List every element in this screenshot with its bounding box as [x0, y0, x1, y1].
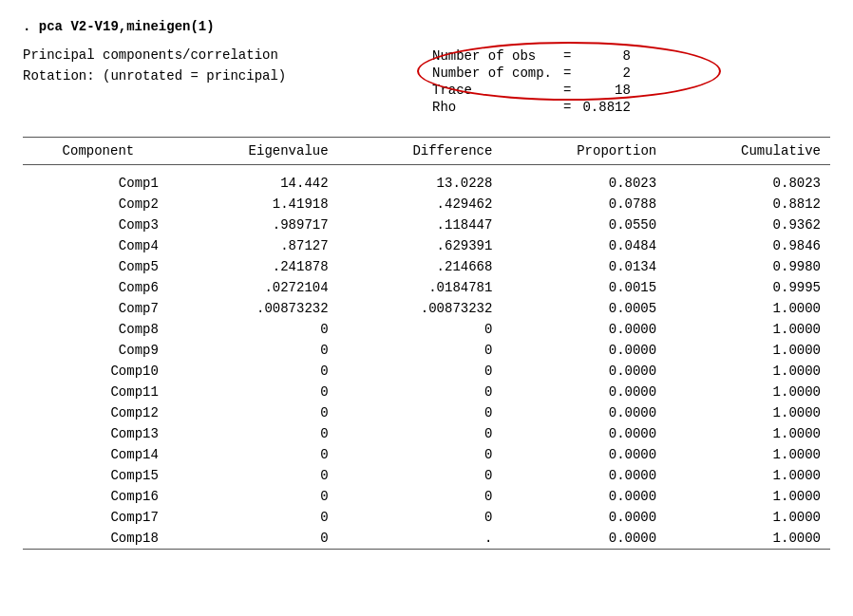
table-row: Comp180.0.00001.0000 — [23, 528, 830, 550]
table-row: Comp11000.00001.0000 — [23, 382, 830, 402]
table-row: Comp12000.00001.0000 — [23, 402, 830, 423]
stats-table: Number of obs = 8 Number of comp. = 2 Tr… — [426, 47, 631, 116]
table-row: Comp8000.00001.0000 — [23, 319, 830, 340]
table-row: Comp16000.00001.0000 — [23, 486, 830, 507]
table-row: Comp114.44213.02280.80230.8023 — [23, 173, 830, 194]
comp-label: Number of comp. — [426, 65, 558, 82]
col-component: Component — [23, 138, 174, 165]
table-row: Comp4.87127.6293910.04840.9846 — [23, 235, 830, 256]
table-row: Comp9000.00001.0000 — [23, 340, 830, 361]
table-row: Comp6.0272104.01847810.00150.9995 — [23, 277, 830, 298]
main-data-table: Component Eigenvalue Difference Proporti… — [23, 137, 830, 550]
table-row: Comp13000.00001.0000 — [23, 423, 830, 444]
col-proportion: Proportion — [502, 138, 666, 165]
table-header-row: Component Eigenvalue Difference Proporti… — [23, 138, 830, 165]
rho-label: Rho — [426, 99, 558, 116]
rho-val: 0.8812 — [577, 99, 630, 116]
table-row: Comp3.989717.1184470.05500.9362 — [23, 215, 830, 235]
rho-eq: = — [558, 99, 577, 116]
table-row: Comp21.41918.4294620.07880.8812 — [23, 194, 830, 215]
table-row: Comp17000.00001.0000 — [23, 507, 830, 528]
col-difference: Difference — [338, 138, 502, 165]
trace-eq: = — [558, 82, 577, 99]
col-cumulative: Cumulative — [666, 138, 830, 165]
command-line: . pca V2-V19,mineigen(1) — [23, 19, 830, 34]
obs-label: Number of obs — [426, 47, 558, 65]
table-row: Comp5.241878.2146680.01340.9980 — [23, 256, 830, 277]
table-row: Comp7.00873232.008732320.00051.0000 — [23, 298, 830, 319]
trace-val: 18 — [577, 82, 630, 99]
comp-val: 2 — [577, 65, 630, 82]
table-row: Comp15000.00001.0000 — [23, 465, 830, 486]
col-eigenvalue: Eigenvalue — [174, 138, 338, 165]
comp-eq: = — [558, 65, 577, 82]
trace-label: Trace — [426, 82, 558, 99]
pca-title: Principal components/correlation — [23, 47, 426, 63]
table-row: Comp10000.00001.0000 — [23, 361, 830, 382]
obs-eq: = — [558, 47, 577, 65]
table-row: Comp14000.00001.0000 — [23, 444, 830, 465]
rotation-info: Rotation: (unrotated = principal) — [23, 68, 426, 84]
obs-val: 8 — [577, 47, 630, 65]
